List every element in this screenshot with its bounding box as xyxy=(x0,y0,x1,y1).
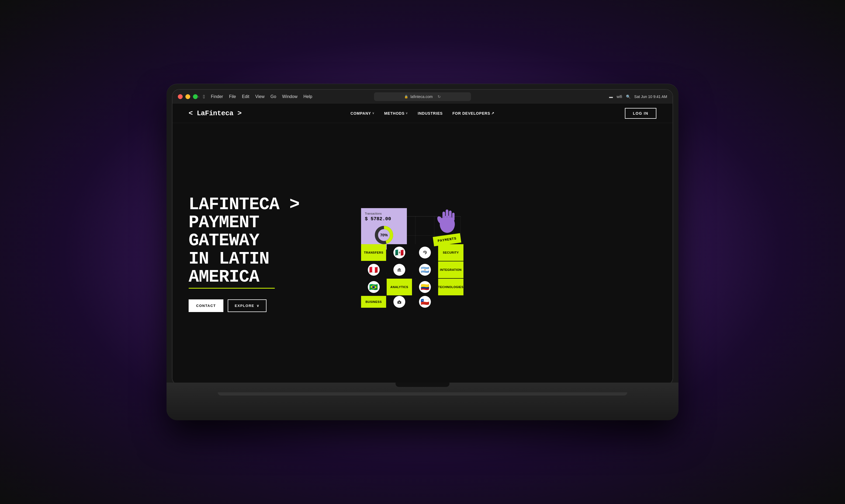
donut-chart: 70% xyxy=(373,224,395,246)
argentina-flag-circle: 🇦🇷 xyxy=(419,264,431,276)
peru-flag-circle: 🇵🇪 xyxy=(368,264,380,276)
website-content: < LaFinteca > COMPANY ∨ METHODS ∨ INDUST… xyxy=(172,104,673,385)
nav-developers[interactable]: FOR DEVELOPERS ↗ xyxy=(452,111,495,115)
mac-menu-bar:  Finder File Edit View Go Window Help xyxy=(203,94,312,100)
nav-company-label: COMPANY xyxy=(350,111,371,115)
svg-rect-6 xyxy=(449,211,452,221)
svg-rect-21 xyxy=(398,301,400,301)
browser-navigation: ‹ xyxy=(198,94,200,99)
hero-buttons: CONTACT EXPLORE ∨ xyxy=(189,300,323,312)
chevron-down-icon: ∨ xyxy=(257,304,260,308)
wifi-icon: wifi xyxy=(617,94,622,99)
svg-rect-7 xyxy=(452,213,454,221)
svg-rect-15 xyxy=(399,270,399,271)
maximize-button[interactable] xyxy=(193,94,198,99)
menu-view[interactable]: View xyxy=(255,94,264,99)
analytics-item: ANALYTICS xyxy=(387,278,412,295)
url-text: lafinteca.com xyxy=(410,94,432,99)
mac-titlebar: ‹  Finder File Edit View Go Window Help… xyxy=(172,90,673,104)
business-item: BUSINESS xyxy=(361,296,386,308)
hero-section: LAFINTECA > PAYMENT GATEWAY IN LATIN AME… xyxy=(172,123,673,385)
nav-methods[interactable]: METHODS ∨ xyxy=(384,111,408,115)
close-button[interactable] xyxy=(178,94,183,99)
hero-title-line1: LAFINTECA > xyxy=(189,196,323,214)
url-bar[interactable]: 🔒 lafinteca.com ↻ xyxy=(374,92,471,101)
hero-title: LAFINTECA > PAYMENT GATEWAY IN LATIN AME… xyxy=(189,196,323,286)
chile-flag-circle: 🇨🇱 xyxy=(419,296,431,308)
external-link-icon: ↗ xyxy=(491,111,495,115)
chevron-down-icon: ∨ xyxy=(372,111,375,115)
security-item: SECURITY xyxy=(438,244,463,261)
login-button[interactable]: LOG IN xyxy=(625,108,656,119)
argentina-flag: 🇦🇷 xyxy=(413,262,437,278)
site-navigation: < LaFinteca > COMPANY ∨ METHODS ∨ INDUST… xyxy=(172,104,673,123)
hero-title-line3: IN LATIN AMERICA xyxy=(189,250,323,286)
hero-title-line2: PAYMENT GATEWAY xyxy=(189,214,323,250)
contact-button[interactable]: CONTACT xyxy=(189,300,223,312)
laptop-notch xyxy=(396,382,449,387)
hero-text: LAFINTECA > PAYMENT GATEWAY IN LATIN AME… xyxy=(189,196,323,312)
transfers-item: TRANSFERS xyxy=(361,244,386,261)
svg-rect-13 xyxy=(397,271,401,271)
menu-help[interactable]: Help xyxy=(304,94,312,99)
colombia-flag: 🇨🇴 xyxy=(413,278,437,295)
laptop-frame: ‹  Finder File Edit View Go Window Help… xyxy=(167,84,678,420)
refresh-icon[interactable]: ↻ xyxy=(437,94,441,99)
transaction-label: Transactions xyxy=(365,212,403,215)
svg-point-11 xyxy=(422,249,428,256)
lock-icon: 🔒 xyxy=(404,95,408,98)
svg-rect-4 xyxy=(443,212,445,221)
camera-icon xyxy=(393,296,405,308)
search-icon[interactable]: 🔍 xyxy=(626,94,631,99)
menu-edit[interactable]: Edit xyxy=(242,94,249,99)
system-status-bar: ▬ wifi 🔍 Sat Jun 10 9:41 AM xyxy=(609,94,667,99)
fingerprint-icon-cell xyxy=(413,244,437,261)
battery-icon: ▬ xyxy=(609,94,613,99)
apple-logo:  xyxy=(203,94,205,100)
brazil-flag-circle: 🇧🇷 xyxy=(368,281,380,293)
nav-company[interactable]: COMPANY ∨ xyxy=(350,111,375,115)
menu-finder[interactable]: Finder xyxy=(211,94,223,99)
mexico-flag-circle: 🇲🇽 xyxy=(393,247,405,258)
system-time: Sat Jun 10 9:41 AM xyxy=(634,94,667,99)
hand-illustration xyxy=(431,203,463,235)
feature-grid: TRANSFERS 🇲🇽 xyxy=(361,244,463,308)
nav-industries-label: INDUSTRIES xyxy=(418,111,443,115)
menu-window[interactable]: Window xyxy=(282,94,297,99)
brazil-flag: 🇧🇷 xyxy=(361,278,386,295)
explore-button[interactable]: EXPLORE ∨ xyxy=(228,300,266,312)
integration-item: INTEGRATION xyxy=(438,262,463,278)
laptop-base xyxy=(167,382,678,420)
back-button[interactable]: ‹ xyxy=(198,94,200,99)
donut-percentage: 70% xyxy=(380,233,388,237)
svg-point-20 xyxy=(398,302,400,303)
transaction-amount: $ 5782.00 xyxy=(365,216,403,221)
nav-industries[interactable]: INDUSTRIES xyxy=(418,111,443,115)
chile-flag: 🇨🇱 xyxy=(413,296,437,308)
svg-rect-5 xyxy=(446,210,448,221)
transaction-card: Transactions $ 5782.00 70% xyxy=(361,208,407,250)
bank-icon-cell xyxy=(387,262,412,278)
peru-flag: 🇵🇪 xyxy=(361,262,386,278)
mexico-flag: 🇲🇽 xyxy=(387,244,412,261)
svg-rect-14 xyxy=(398,270,398,271)
site-logo[interactable]: < LaFinteca > xyxy=(189,109,241,118)
laptop-screen: ‹  Finder File Edit View Go Window Help… xyxy=(172,89,673,385)
camera-icon-cell xyxy=(387,296,412,308)
fingerprint-icon xyxy=(419,247,431,258)
menu-go[interactable]: Go xyxy=(271,94,276,99)
explore-label: EXPLORE xyxy=(235,304,254,308)
colombia-flag-circle: 🇨🇴 xyxy=(419,281,431,293)
svg-rect-16 xyxy=(400,270,400,271)
nav-methods-label: METHODS xyxy=(384,111,405,115)
nav-developers-label: FOR DEVELOPERS xyxy=(452,111,490,115)
hero-graphic: Transactions $ 5782.00 70% xyxy=(345,200,469,308)
laptop-foot xyxy=(218,392,627,396)
technologies-item: TECHNOLOGIES xyxy=(438,278,463,295)
minimize-button[interactable] xyxy=(185,94,190,99)
nav-links: COMPANY ∨ METHODS ∨ INDUSTRIES FOR DEVEL… xyxy=(350,111,495,115)
bank-icon xyxy=(393,264,405,276)
menu-file[interactable]: File xyxy=(229,94,236,99)
chevron-down-icon: ∨ xyxy=(406,111,408,115)
traffic-lights xyxy=(178,94,198,99)
